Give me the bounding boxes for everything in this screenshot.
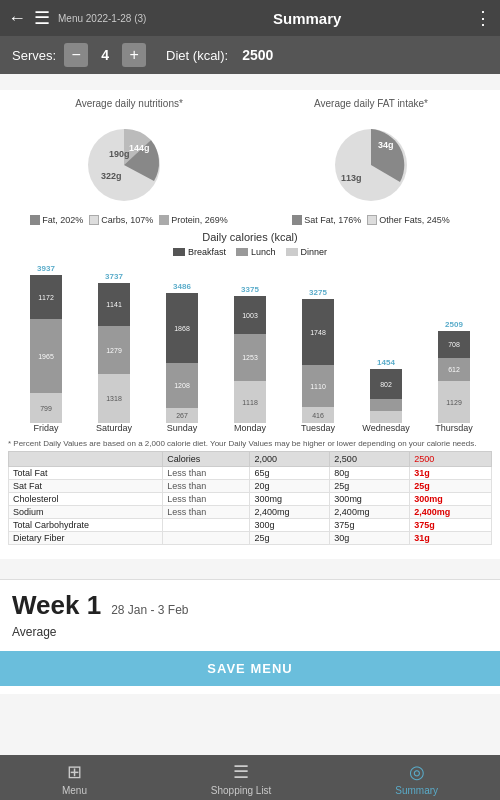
table-row: Sat FatLess than20g25g25g: [9, 480, 492, 493]
lunch-seg: 1208: [166, 363, 198, 408]
table-row: Total Carbohydrate300g375g375g: [9, 519, 492, 532]
week-title: Week 1: [12, 590, 101, 621]
bar-stack: 79919651172: [30, 275, 62, 423]
dinner-seg: 267: [166, 408, 198, 423]
bar-total-label: 2509: [445, 320, 463, 329]
svg-text:34g: 34g: [378, 140, 394, 150]
nutrient-v1: 25g: [250, 532, 330, 545]
back-icon[interactable]: ←: [8, 8, 26, 29]
pie1-legend: Fat, 202% Carbs, 107% Protein, 269%: [30, 215, 228, 225]
week-section: Week 1 28 Jan - 3 Feb Average: [0, 579, 500, 651]
bar-stack: 41611101748: [302, 299, 334, 423]
breakfast-seg: 708: [438, 331, 470, 358]
serves-minus-button[interactable]: −: [64, 43, 88, 67]
nutrient-v3: 375g: [410, 519, 492, 532]
nutrient-qualifier: Less than: [163, 467, 250, 480]
shopping-nav-label: Shopping List: [211, 785, 272, 796]
bar-group-saturday: 3737131812791141: [89, 272, 139, 423]
day-label-saturday: Saturday: [89, 423, 139, 433]
menu-nav-label: Menu: [62, 785, 87, 796]
lunch-seg: [370, 399, 402, 411]
svg-text:322g: 322g: [101, 171, 122, 181]
breakfast-seg: 1748: [302, 299, 334, 365]
bar-total-label: 3375: [241, 285, 259, 294]
lunch-seg: 1965: [30, 319, 62, 393]
bar-chart-area: 3937799196511723737131812791141348626712…: [8, 263, 492, 423]
legend-otherfats: Other Fats, 245%: [367, 215, 450, 225]
nav-summary[interactable]: ◎ Summary: [395, 761, 438, 796]
bar-chart-title: Daily calories (kcal): [8, 231, 492, 243]
table-row: Total FatLess than65g80g31g: [9, 467, 492, 480]
nutrient-v3: 31g: [410, 467, 492, 480]
nav-menu[interactable]: ⊞ Menu: [62, 761, 87, 796]
satfat-color: [292, 215, 302, 225]
table-row: CholesterolLess than300mg300mg300mg: [9, 493, 492, 506]
protein-color: [159, 215, 169, 225]
nav-shopping-list[interactable]: ☰ Shopping List: [211, 761, 272, 796]
bar-total-label: 3275: [309, 288, 327, 297]
serves-value: 4: [96, 47, 114, 63]
page-title: Summary: [146, 10, 468, 27]
nutrient-name: Sat Fat: [9, 480, 163, 493]
more-icon[interactable]: ⋮: [468, 7, 492, 29]
nutrition-table: Calories 2,000 2,500 2500 Total FatLess …: [8, 451, 492, 545]
bar-legend: Breakfast Lunch Dinner: [8, 247, 492, 257]
svg-text:144g: 144g: [129, 143, 150, 153]
day-label-tuesday: Tuesday: [293, 423, 343, 433]
nutrient-qualifier: [163, 519, 250, 532]
serves-row: Serves: − 4 + Diet (kcal): 2500: [0, 36, 500, 74]
week-dates: 28 Jan - 3 Feb: [111, 603, 188, 617]
otherfats-label: Other Fats, 245%: [379, 215, 450, 225]
nutrient-name: Total Carbohydrate: [9, 519, 163, 532]
nutrient-v2: 25g: [330, 480, 410, 493]
top-bar-left: ← ☰ Menu 2022-1-28 (3): [8, 7, 146, 29]
shopping-nav-icon: ☰: [233, 761, 249, 783]
nutrient-v2: 80g: [330, 467, 410, 480]
breakfast-seg: 1868: [166, 293, 198, 363]
bar-stack: 1129612708: [438, 331, 470, 423]
save-menu-container: SAVE MENU: [0, 651, 500, 694]
dinner-seg: 1129: [438, 381, 470, 423]
pie2-title: Average daily FAT intake*: [314, 98, 428, 109]
legend-breakfast: Breakfast: [173, 247, 226, 257]
bar-stack: 26712081868: [166, 293, 198, 423]
pie2-legend: Sat Fat, 176% Other Fats, 245%: [292, 215, 450, 225]
table-header-2500: 2,500: [330, 452, 410, 467]
bar-day-labels: FridaySaturdaySundayMondayTuesdayWednesd…: [8, 423, 492, 433]
bar-group-monday: 3375111812531003: [225, 285, 275, 423]
table-row: SodiumLess than2,400mg2,400mg2,400mg: [9, 506, 492, 519]
nutrient-v1: 20g: [250, 480, 330, 493]
lunch-seg: 612: [438, 358, 470, 381]
nutrient-name: Sodium: [9, 506, 163, 519]
charts-row: Average daily nutritions* 190g 144g 322g…: [8, 98, 492, 225]
fat-color: [30, 215, 40, 225]
main-content: Average daily nutritions* 190g 144g 322g…: [0, 90, 500, 559]
legend-lunch: Lunch: [236, 247, 276, 257]
pie1-title: Average daily nutritions*: [75, 98, 183, 109]
bar-stack: 111812531003: [234, 296, 266, 423]
bar-total-label: 3937: [37, 264, 55, 273]
dinner-seg: 1318: [98, 374, 130, 423]
table-header-name: [9, 452, 163, 467]
lunch-seg: 1110: [302, 365, 334, 407]
legend-protein: Protein, 269%: [159, 215, 228, 225]
legend-satfat: Sat Fat, 176%: [292, 215, 361, 225]
diet-value: 2500: [242, 47, 273, 63]
nutrient-name: Dietary Fiber: [9, 532, 163, 545]
breakfast-seg: 1172: [30, 275, 62, 319]
day-label-friday: Friday: [21, 423, 71, 433]
lunch-seg: 1253: [234, 334, 266, 381]
summary-nav-icon: ◎: [409, 761, 425, 783]
nutrient-qualifier: [163, 532, 250, 545]
nutrient-v2: 2,400mg: [330, 506, 410, 519]
bar-stack: 131812791141: [98, 283, 130, 423]
save-menu-button[interactable]: SAVE MENU: [0, 651, 500, 686]
table-header-2000: 2,000: [250, 452, 330, 467]
breakfast-seg: 802: [370, 369, 402, 399]
diet-label: Diet (kcal):: [166, 48, 228, 63]
serves-plus-button[interactable]: +: [122, 43, 146, 67]
top-bar: ← ☰ Menu 2022-1-28 (3) Summary ⋮: [0, 0, 500, 36]
menu-icon[interactable]: ☰: [34, 7, 50, 29]
breakfast-seg: 1003: [234, 296, 266, 334]
pie-chart-fat: Average daily FAT intake* 34g 113g Sat F…: [255, 98, 487, 225]
